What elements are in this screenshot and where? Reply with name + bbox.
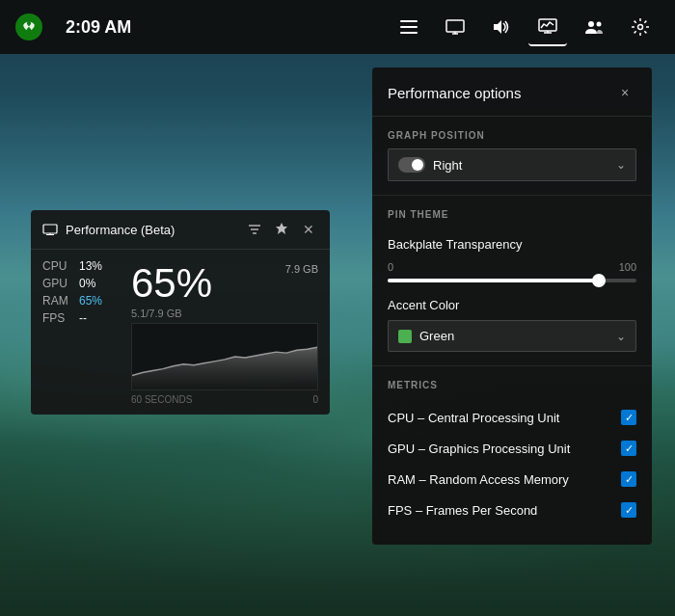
slider-fill	[388, 279, 599, 282]
gpu-metric-checkbox[interactable]	[621, 441, 636, 456]
fps-stat: FPS --	[42, 311, 120, 325]
slider-labels: 0 100	[388, 261, 636, 273]
graph-position-section-label: GRAPH POSITION	[372, 117, 652, 148]
svg-point-12	[597, 22, 602, 27]
cpu-label: CPU	[42, 259, 71, 273]
fps-label: FPS	[42, 311, 71, 325]
widget-title: Performance (Beta)	[66, 223, 237, 237]
settings-icon	[632, 18, 649, 36]
svg-rect-4	[446, 20, 464, 32]
slider-thumb	[592, 274, 606, 287]
ram-label: RAM	[42, 294, 71, 308]
performance-graph	[131, 323, 318, 390]
cpu-stat: CPU 13%	[42, 259, 120, 273]
ram-stat: RAM 65%	[42, 294, 120, 308]
graph-position-dropdown[interactable]: Right ⌄	[388, 148, 636, 181]
graph-end-label: 0	[312, 394, 318, 405]
ram-metric-label: RAM – Random Access Memory	[388, 472, 569, 487]
accent-color-value: Green	[419, 329, 608, 343]
metrics-list: CPU – Central Processing Unit GPU – Grap…	[372, 398, 652, 529]
performance-icon	[538, 18, 557, 34]
gpu-metric-row: GPU – Graphics Processing Unit	[372, 433, 652, 464]
performance-options-panel: Performance options × GRAPH POSITION Rig…	[372, 67, 652, 545]
accent-color-dropdown[interactable]: Green ⌄	[388, 320, 636, 352]
pin-button[interactable]	[272, 220, 291, 239]
cpu-metric-checkbox[interactable]	[621, 410, 636, 425]
graph-svg	[132, 324, 317, 389]
svg-rect-2	[400, 26, 418, 28]
metrics-section-label: METRICS	[372, 366, 652, 398]
svg-point-11	[588, 21, 594, 27]
fps-metric-label: FPS – Frames Per Second	[388, 503, 537, 518]
widget-header: Performance (Beta) ✕	[31, 210, 330, 250]
volume-icon	[493, 19, 510, 35]
pin-theme-section-label: PIN THEME	[372, 196, 652, 228]
gpu-value: 0%	[79, 277, 95, 290]
ram-value: 65%	[79, 294, 102, 308]
people-icon	[584, 19, 604, 35]
fps-value: --	[79, 311, 87, 325]
gpu-metric-label: GPU – Graphics Processing Unit	[388, 442, 570, 456]
gpu-stat: GPU 0%	[42, 277, 120, 290]
settings-button[interactable]	[621, 8, 660, 46]
backplate-label: Backplate Transparency	[372, 228, 652, 257]
clock: 2:09 AM	[66, 17, 131, 38]
accent-color-arrow: ⌄	[616, 330, 626, 343]
graph-labels: 60 SECONDS 0	[131, 394, 318, 405]
options-close-button[interactable]: ×	[613, 81, 636, 104]
ram-detail: 5.1/7.9 GB	[131, 308, 212, 319]
display-icon	[446, 19, 465, 35]
widget-controls: ✕	[245, 220, 318, 239]
total-ram: 7.9 GB	[285, 263, 318, 275]
graph-section: 65% 5.1/7.9 GB 7.9 GB	[131, 259, 318, 405]
xbox-icon	[20, 18, 38, 36]
toggle-icon	[398, 157, 425, 173]
fps-metric-checkbox[interactable]	[621, 502, 636, 518]
taskbar-icons	[390, 8, 660, 46]
close-widget-button[interactable]: ✕	[299, 220, 318, 239]
accent-color-label: Accent Color	[372, 294, 652, 320]
ram-metric-row: RAM – Random Access Memory	[372, 464, 652, 495]
cpu-metric-row: CPU – Central Processing Unit	[372, 402, 652, 433]
svg-rect-14	[43, 225, 57, 233]
monitor-icon	[42, 224, 58, 235]
pin-icon	[276, 223, 287, 236]
display-button[interactable]	[436, 8, 474, 46]
taskbar: 2:09 AM	[0, 0, 675, 54]
graph-time-label: 60 SECONDS	[131, 394, 192, 405]
filter-button[interactable]	[245, 220, 264, 239]
graph-position-value: Right	[433, 158, 608, 173]
menu-button[interactable]	[390, 8, 428, 46]
performance-widget: Performance (Beta) ✕ CPU 13%	[31, 210, 330, 415]
svg-rect-1	[400, 20, 418, 22]
svg-point-13	[638, 25, 643, 30]
fps-metric-row: FPS – Frames Per Second	[372, 495, 652, 525]
graph-position-arrow: ⌄	[616, 158, 626, 172]
svg-rect-3	[400, 32, 418, 34]
ram-metric-checkbox[interactable]	[621, 471, 636, 487]
xbox-logo[interactable]	[15, 13, 42, 40]
transparency-slider[interactable]	[388, 279, 636, 282]
svg-point-0	[21, 19, 37, 35]
slider-max-label: 100	[619, 261, 636, 273]
performance-button[interactable]	[528, 8, 567, 46]
slider-min-label: 0	[388, 261, 393, 273]
widget-body: CPU 13% GPU 0% RAM 65% FPS -- 65% 5.1/7.…	[31, 250, 330, 415]
gpu-label: GPU	[42, 277, 71, 290]
options-title: Performance options	[388, 85, 521, 101]
volume-button[interactable]	[482, 8, 521, 46]
cpu-metric-label: CPU – Central Processing Unit	[388, 411, 559, 425]
green-color-swatch	[398, 330, 412, 343]
options-header: Performance options ×	[372, 67, 652, 117]
transparency-slider-container: 0 100	[372, 257, 652, 294]
people-button[interactable]	[575, 8, 613, 46]
svg-marker-7	[494, 20, 501, 34]
ram-big-percent: 65%	[131, 263, 212, 304]
stats-panel: CPU 13% GPU 0% RAM 65% FPS --	[42, 259, 120, 405]
filter-icon	[248, 224, 261, 235]
menu-icon	[400, 20, 418, 34]
cpu-value: 13%	[79, 259, 102, 273]
